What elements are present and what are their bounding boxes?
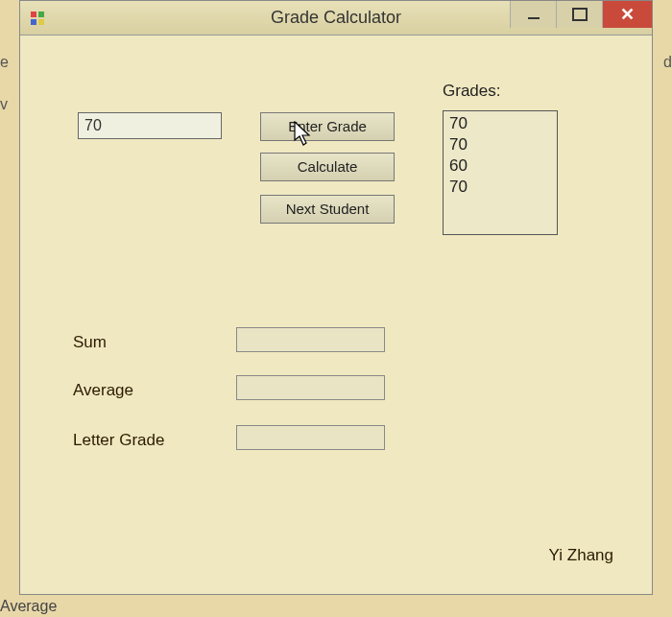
next-student-button[interactable]: Next Student — [260, 195, 395, 224]
svg-rect-1 — [38, 12, 44, 17]
titlebar-buttons: ✕ — [510, 1, 652, 28]
background-text: v — [0, 96, 8, 113]
average-label: Average — [73, 381, 133, 400]
author-label: Yi Zhang — [549, 546, 613, 565]
svg-rect-3 — [38, 19, 44, 25]
enter-grade-button[interactable]: Enter Grade — [260, 112, 395, 141]
close-button[interactable]: ✕ — [602, 1, 652, 28]
minimize-button[interactable] — [510, 1, 556, 28]
calculate-button[interactable]: Calculate — [260, 153, 395, 181]
minimize-icon — [528, 10, 540, 19]
grade-calculator-window: Grade Calculator ✕ Enter Grade Calculate… — [19, 0, 653, 595]
background-text: d — [663, 54, 672, 71]
sum-field — [236, 327, 385, 352]
list-item[interactable]: 70 — [449, 134, 551, 155]
maximize-icon — [572, 8, 588, 21]
svg-rect-0 — [31, 12, 36, 17]
background-text: Average — [0, 598, 57, 615]
background-text: e — [0, 54, 9, 71]
letter-grade-field — [236, 425, 385, 450]
average-field — [236, 375, 385, 400]
grade-input[interactable] — [78, 112, 222, 139]
list-item[interactable]: 70 — [449, 113, 551, 134]
maximize-button[interactable] — [556, 1, 602, 28]
grades-listbox[interactable]: 70 70 60 70 — [443, 110, 558, 235]
list-item[interactable]: 60 — [449, 155, 551, 177]
svg-rect-2 — [31, 19, 36, 25]
grades-label: Grades: — [443, 82, 500, 101]
close-icon: ✕ — [620, 4, 635, 25]
app-icon — [30, 11, 45, 26]
window-title: Grade Calculator — [271, 8, 401, 28]
letter-grade-label: Letter Grade — [73, 431, 164, 450]
sum-label: Sum — [73, 333, 107, 352]
list-item[interactable]: 70 — [449, 177, 551, 198]
titlebar[interactable]: Grade Calculator ✕ — [20, 1, 652, 36]
client-area: Enter Grade Calculate Next Student Grade… — [20, 36, 652, 594]
